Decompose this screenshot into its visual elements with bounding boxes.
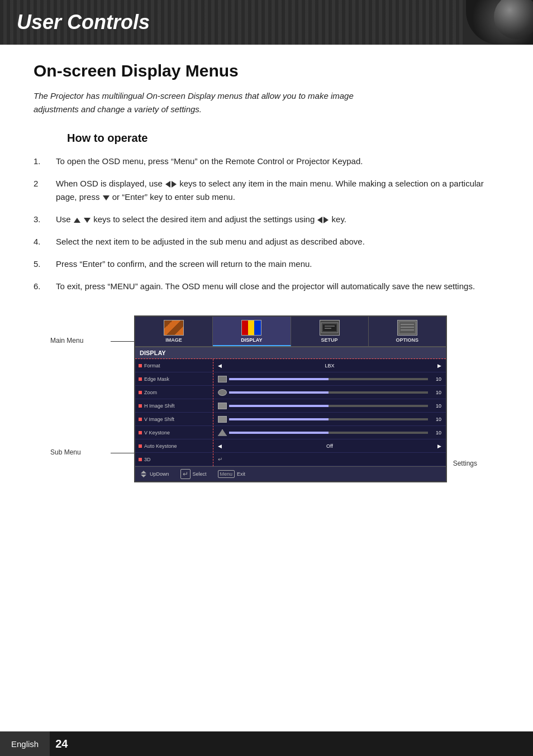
step-3-text: Use keys to select the desired item and …: [56, 213, 499, 226]
row-indicator: [139, 444, 142, 448]
format-arrow-left[interactable]: ◀: [218, 363, 222, 369]
hshift-label: H Image Shift: [144, 403, 210, 409]
tab-setup[interactable]: SETUP: [291, 317, 369, 346]
row-zoom-value: 10: [213, 386, 446, 399]
updown-icon: [140, 470, 147, 478]
step-5: 5. Press “Enter” to confirm, and the scr…: [34, 257, 499, 271]
page-footer: English 24: [0, 731, 533, 756]
tab-setup-label: SETUP: [293, 337, 366, 343]
arrow-up-icon: [74, 218, 80, 223]
tab-options-label: OPTIONS: [371, 337, 444, 343]
tab-image[interactable]: IMAGE: [135, 317, 213, 346]
hshift-icon: [218, 403, 227, 409]
svg-marker-8: [141, 471, 146, 473]
autokeystone-label: Auto Keystone: [144, 443, 210, 449]
osd-right-column: ◀ LBX ▶ 10: [213, 359, 446, 466]
display-tab-icon: [241, 320, 261, 336]
step-4: 4. Select the next item to be adjusted i…: [34, 235, 499, 248]
row-autokeystone-value: ◀ Off ▶: [213, 439, 446, 453]
menu-icon: Menu: [218, 470, 235, 478]
tab-options[interactable]: OPTIONS: [369, 317, 446, 346]
row-indicator: [139, 377, 142, 381]
bottom-exit: Menu Exit: [218, 469, 246, 479]
row-zoom-label: Zoom: [135, 386, 213, 399]
format-label: Format: [144, 363, 210, 369]
step-6-number: 6.: [34, 280, 56, 293]
step-1-number: 1.: [34, 155, 56, 168]
row-indicator: [139, 364, 142, 367]
3d-label: 3D: [144, 457, 210, 462]
bottom-updown: UpDown: [140, 469, 169, 479]
row-hshift-label: H Image Shift: [135, 399, 213, 413]
row-indicator: [139, 391, 142, 394]
row-3d-value: ↵: [213, 453, 446, 466]
hshift-value: 10: [430, 403, 441, 409]
3d-enter-icon: ↵: [218, 456, 222, 462]
setup-tab-icon: [320, 320, 340, 336]
svg-rect-1: [323, 324, 336, 331]
zoom-label: Zoom: [144, 390, 210, 395]
updown-label: UpDown: [150, 471, 169, 477]
row-indicator: [139, 418, 142, 421]
step-2-text: When OSD is displayed, use keys to selec…: [56, 177, 499, 204]
row-indicator: [139, 404, 142, 408]
row-vkeystone-value: 10: [213, 426, 446, 439]
vkeystone-icon: [218, 429, 227, 436]
footer-page-number: 24: [55, 738, 68, 750]
vshift-label: V Image Shift: [144, 417, 210, 422]
tab-display-label: DISPLAY: [215, 337, 288, 343]
step-3-number: 3.: [34, 213, 56, 226]
osd-tabs: IMAGE DISPLAY SETUP: [135, 317, 446, 347]
step-5-number: 5.: [34, 257, 56, 271]
main-content: On-screen Display Menus The Projector ha…: [0, 45, 533, 572]
row-vshift-label: V Image Shift: [135, 413, 213, 426]
format-value: LBX: [325, 363, 334, 369]
zoom-value: 10: [430, 390, 441, 395]
bottom-select: ↵ Select: [180, 469, 207, 479]
row-hshift-value: 10: [213, 399, 446, 413]
row-edgemask-value: 10: [213, 372, 446, 386]
step-5-text: Press “Enter” to confirm, and the screen…: [56, 257, 499, 271]
arrow-right-icon: [172, 181, 177, 188]
row-autokeystone-label: Auto Keystone: [135, 439, 213, 453]
osd-rows: Format Edge Mask Zoom H Image Shift: [135, 359, 446, 466]
step-1: 1. To open the OSD menu, press “Menu” on…: [34, 155, 499, 168]
format-arrow-right[interactable]: ▶: [437, 363, 441, 369]
edgemask-label: Edge Mask: [144, 376, 210, 382]
row-indicator: [139, 458, 142, 461]
submenu-title: DISPLAY: [135, 347, 446, 359]
options-tab-icon: [397, 320, 417, 336]
row-vkeystone-label: V Keystone: [135, 426, 213, 439]
zoom-icon: [218, 389, 227, 396]
autokeystone-arrow-left[interactable]: ◀: [218, 443, 222, 449]
steps-list: 1. To open the OSD menu, press “Menu” on…: [34, 155, 499, 293]
tab-display[interactable]: DISPLAY: [213, 317, 291, 346]
row-3d-label: 3D: [135, 453, 213, 466]
svg-marker-9: [141, 475, 146, 477]
step-1-text: To open the OSD menu, press “Menu” on th…: [56, 155, 499, 168]
subsection-title: How to operate: [34, 132, 499, 145]
vshift-icon: [218, 416, 227, 423]
row-format-label: Format: [135, 359, 213, 372]
autokeystone-arrow-right[interactable]: ▶: [437, 443, 441, 449]
step-4-number: 4.: [34, 235, 56, 248]
select-label: Select: [193, 471, 207, 477]
footer-language: English: [0, 731, 50, 756]
arrow-left-icon-2: [317, 217, 322, 223]
section-title: On-screen Display Menus: [34, 61, 499, 80]
settings-label: Settings: [453, 460, 477, 467]
header-pattern: [0, 0, 466, 45]
arrow-right-icon-2: [323, 217, 329, 223]
step-2-number: 2: [34, 177, 56, 204]
edgemask-icon: [218, 376, 227, 382]
step-3: 3. Use keys to select the desired item a…: [34, 213, 499, 226]
osd-bottom-bar: UpDown ↵ Select Menu Exit: [135, 466, 446, 481]
image-tab-icon: [164, 320, 184, 336]
row-indicator: [139, 431, 142, 434]
row-format-value: ◀ LBX ▶: [213, 359, 446, 372]
svg-rect-4: [399, 322, 416, 334]
arrow-down-icon-2: [84, 218, 91, 223]
vkeystone-label: V Keystone: [144, 430, 210, 436]
main-menu-label: Main Menu: [50, 337, 83, 344]
exit-label: Exit: [237, 471, 245, 477]
